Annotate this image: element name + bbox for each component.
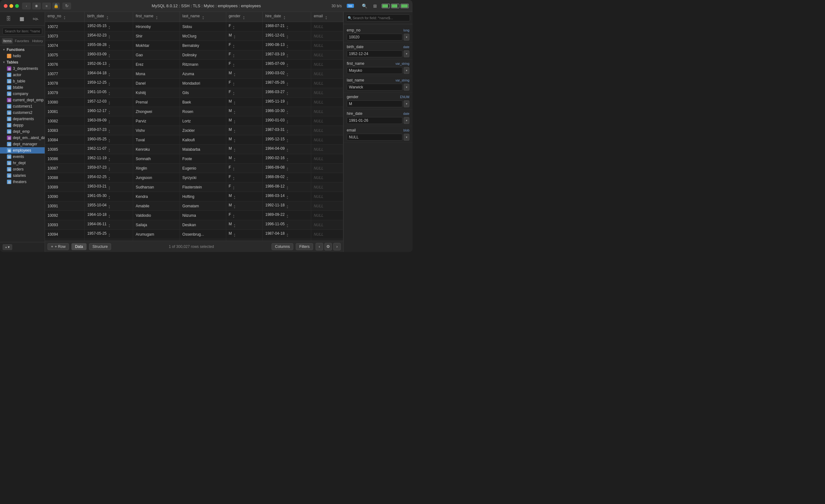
- cell-last_name[interactable]: Gomatam: [180, 201, 226, 211]
- cell-birth_date[interactable]: 1954-02-25 ▲▼: [85, 173, 133, 183]
- cell-gender[interactable]: M ▲▼: [226, 31, 263, 41]
- cell-emp_no[interactable]: 10088: [45, 173, 85, 183]
- eye-button[interactable]: ◉: [32, 3, 41, 9]
- cell-first_name[interactable]: Premal: [133, 97, 180, 107]
- table-row[interactable]: 100921964-10-18 ▲▼ValdiodioNiizumaF ▲▼19…: [45, 211, 343, 220]
- table-row[interactable]: 100771964-04-18 ▲▼MonaAzumaM ▲▼1990-03-0…: [45, 69, 343, 79]
- cell-email[interactable]: NULL: [311, 230, 343, 239]
- minimize-button[interactable]: [9, 4, 13, 8]
- cell-email[interactable]: NULL: [311, 22, 343, 31]
- cell-gender[interactable]: M ▲▼: [226, 135, 263, 145]
- cell-email[interactable]: NULL: [311, 201, 343, 211]
- sidebar-item-btable[interactable]: ▦ btable: [0, 84, 45, 91]
- cell-birth_date[interactable]: 1962-11-19 ▲▼: [85, 154, 133, 164]
- cell-hire_date[interactable]: 1991-12-01 ▲▼: [263, 31, 311, 41]
- cell-last_name[interactable]: Niizuma: [180, 211, 226, 220]
- cell-emp_no[interactable]: 10076: [45, 60, 85, 69]
- cell-emp_no[interactable]: 10073: [45, 31, 85, 41]
- cell-hire_date[interactable]: 1988-09-02 ▲▼: [263, 173, 311, 183]
- cell-birth_date[interactable]: 1954-02-23 ▲▼: [85, 31, 133, 41]
- cell-birth_date[interactable]: 1957-05-25 ▲▼: [85, 230, 133, 239]
- columns-btn[interactable]: Columns: [272, 243, 293, 250]
- tab-history[interactable]: History: [31, 38, 44, 44]
- cell-emp_no[interactable]: 10089: [45, 183, 85, 192]
- sidebar-item-actor[interactable]: ▦ actor: [0, 72, 45, 78]
- cell-first_name[interactable]: Kendra: [133, 192, 180, 201]
- sidebar-db-icon[interactable]: 🗄: [4, 14, 13, 23]
- tab-favorites[interactable]: Favorites: [13, 38, 30, 44]
- cell-gender[interactable]: F ▲▼: [226, 211, 263, 220]
- cell-email[interactable]: NULL: [311, 117, 343, 126]
- field-dropdown-first_name[interactable]: ▾: [404, 67, 409, 74]
- cell-emp_no[interactable]: 10091: [45, 201, 85, 211]
- sidebar-item-dept_manager[interactable]: ▦ dept_manager: [0, 141, 45, 147]
- sidebar-item-deppp[interactable]: ▦ deppp: [0, 122, 45, 128]
- cell-hire_date[interactable]: 1986-09-08 ▲▼: [263, 164, 311, 173]
- field-value-input-last_name[interactable]: [347, 84, 402, 91]
- cell-gender[interactable]: F ▲▼: [226, 60, 263, 69]
- cell-last_name[interactable]: Desikan: [180, 220, 226, 230]
- cell-last_name[interactable]: Zockler: [180, 126, 226, 135]
- add-row-btn[interactable]: + + Row: [48, 243, 69, 250]
- cell-gender[interactable]: M ▲▼: [226, 230, 263, 239]
- cell-first_name[interactable]: Danel: [133, 79, 180, 88]
- cell-hire_date[interactable]: 1987-04-18 ▲▼: [263, 230, 311, 239]
- cell-hire_date[interactable]: 1986-03-27 ▲▼: [263, 88, 311, 97]
- col-email[interactable]: email ▲▼: [311, 12, 343, 22]
- cell-last_name[interactable]: Hofting: [180, 192, 226, 201]
- cell-gender[interactable]: M ▲▼: [226, 117, 263, 126]
- cell-hire_date[interactable]: 1990-01-03 ▲▼: [263, 117, 311, 126]
- functions-section[interactable]: ▼ Functions: [0, 47, 45, 53]
- cell-birth_date[interactable]: 1962-11-07 ▲▼: [85, 145, 133, 154]
- cell-emp_no[interactable]: 10086: [45, 154, 85, 164]
- cell-hire_date[interactable]: 1988-07-21 ▲▼: [263, 22, 311, 31]
- cell-first_name[interactable]: Valdiodio: [133, 211, 180, 220]
- lock-button[interactable]: 🔒: [52, 3, 60, 9]
- cell-birth_date[interactable]: 1961-10-05 ▲▼: [85, 88, 133, 97]
- table-row[interactable]: 100821963-09-09 ▲▼ParvizLortzM ▲▼1990-01…: [45, 117, 343, 126]
- cell-last_name[interactable]: Rosen: [180, 107, 226, 117]
- cell-hire_date[interactable]: 1986-10-30 ▲▼: [263, 107, 311, 117]
- cell-emp_no[interactable]: 10083: [45, 126, 85, 135]
- cell-emp_no[interactable]: 10075: [45, 50, 85, 60]
- cell-hire_date[interactable]: 1987-03-19 ▲▼: [263, 50, 311, 60]
- sidebar-item-theaters[interactable]: ▦ theaters: [0, 179, 45, 185]
- table-row[interactable]: 100881954-02-25 ▲▼JungsoonSyrzyckiF ▲▼19…: [45, 173, 343, 183]
- cell-birth_date[interactable]: 1960-12-17 ▲▼: [85, 107, 133, 117]
- sidebar-item-events[interactable]: ▦ events: [0, 153, 45, 160]
- field-value-input-birth_date[interactable]: [347, 50, 402, 57]
- cell-gender[interactable]: M ▲▼: [226, 201, 263, 211]
- cell-first_name[interactable]: Mokhtar: [133, 41, 180, 50]
- cell-email[interactable]: NULL: [311, 126, 343, 135]
- table-row[interactable]: 100741955-08-28 ▲▼MokhtarBernatskyF ▲▼19…: [45, 41, 343, 50]
- cell-email[interactable]: NULL: [311, 211, 343, 220]
- cell-birth_date[interactable]: 1963-09-09 ▲▼: [85, 117, 133, 126]
- cell-gender[interactable]: M ▲▼: [226, 154, 263, 164]
- settings-btn[interactable]: ⚙: [324, 243, 332, 250]
- table-row[interactable]: 100761952-06-13 ▲▼ErezRitzmannF ▲▼1985-0…: [45, 60, 343, 69]
- cell-email[interactable]: NULL: [311, 79, 343, 88]
- sidebar-item-dept_emp[interactable]: ▦ dept_emp: [0, 128, 45, 135]
- cell-hire_date[interactable]: 1989-09-22 ▲▼: [263, 211, 311, 220]
- cell-birth_date[interactable]: 1952-05-15 ▲▼: [85, 22, 133, 31]
- cell-last_name[interactable]: Gils: [180, 88, 226, 97]
- cell-email[interactable]: NULL: [311, 50, 343, 60]
- cell-last_name[interactable]: Mondadori: [180, 79, 226, 88]
- table-row[interactable]: 100851962-11-07 ▲▼KenrokuMalabarbaM ▲▼19…: [45, 145, 343, 154]
- refresh-button[interactable]: ↻: [62, 3, 71, 9]
- cell-first_name[interactable]: Sailaja: [133, 220, 180, 230]
- maximize-button[interactable]: [15, 4, 19, 8]
- cell-email[interactable]: NULL: [311, 41, 343, 50]
- table-row[interactable]: 100811960-12-17 ▲▼ZhongweiRosenM ▲▼1986-…: [45, 107, 343, 117]
- cell-hire_date[interactable]: 1995-12-15 ▲▼: [263, 135, 311, 145]
- cell-last_name[interactable]: Ossenbrug...: [180, 230, 226, 239]
- sidebar-item-hr_dept[interactable]: ▦ hr_dept: [0, 160, 45, 166]
- cell-first_name[interactable]: Erez: [133, 60, 180, 69]
- cell-first_name[interactable]: Kshitij: [133, 88, 180, 97]
- cell-email[interactable]: NULL: [311, 192, 343, 201]
- cell-emp_no[interactable]: 10078: [45, 79, 85, 88]
- cell-hire_date[interactable]: 1994-04-09 ▲▼: [263, 145, 311, 154]
- cell-emp_no[interactable]: 10077: [45, 69, 85, 79]
- table-row[interactable]: 100831959-07-23 ▲▼VishvZocklerM ▲▼1987-0…: [45, 126, 343, 135]
- cell-last_name[interactable]: Syrzycki: [180, 173, 226, 183]
